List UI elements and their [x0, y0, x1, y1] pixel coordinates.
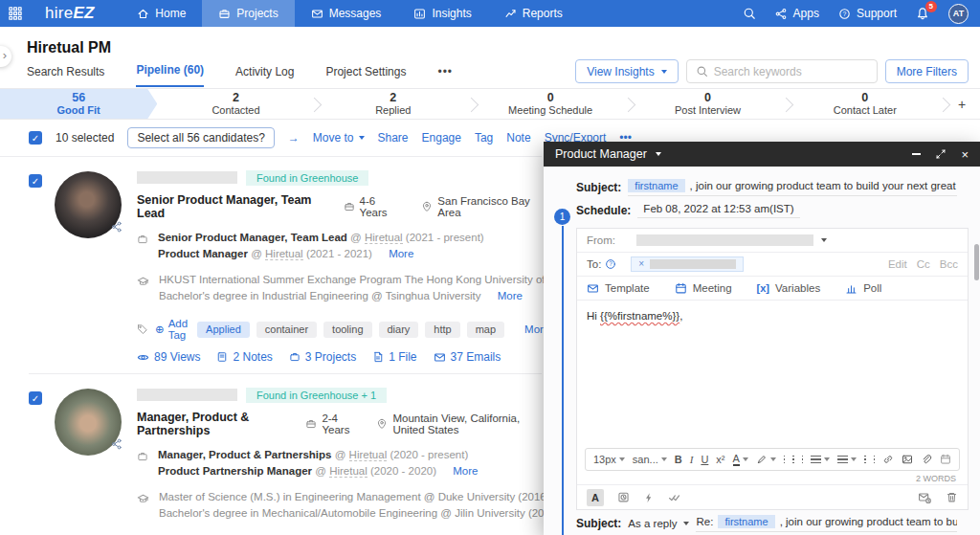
tag-chip[interactable]: Applied — [197, 322, 250, 338]
emails-stat[interactable]: 37 Emails — [434, 350, 501, 364]
minimize-icon[interactable] — [912, 153, 921, 155]
views-stat[interactable]: 89 Views — [137, 350, 200, 364]
superscript-button[interactable]: x² — [716, 454, 724, 465]
edit-recipients-link[interactable]: Edit — [888, 258, 907, 270]
positions-more-link[interactable]: More — [389, 248, 413, 259]
candidate-avatar[interactable] — [55, 171, 122, 238]
subject-variable-chip[interactable]: firstname — [628, 179, 684, 192]
app-grid-icon[interactable] — [0, 7, 32, 20]
tag-button[interactable]: Tag — [475, 131, 493, 145]
close-icon[interactable]: × — [961, 148, 969, 161]
search-keywords-input[interactable] — [714, 65, 868, 78]
variables-button[interactable]: [x] Variables — [757, 282, 821, 294]
template-button[interactable]: Template — [587, 282, 650, 295]
more-filters-button[interactable]: More Filters — [885, 59, 969, 83]
search-keywords-box[interactable] — [686, 59, 878, 83]
bullet-list-button[interactable] — [837, 456, 857, 463]
expand-icon[interactable] — [935, 148, 947, 160]
insert-image-button[interactable] — [902, 454, 913, 465]
align-center-button[interactable] — [792, 456, 793, 463]
view-insights-button[interactable]: View Insights — [575, 59, 678, 83]
from-account-redacted[interactable] — [636, 234, 813, 246]
trash-icon[interactable] — [946, 491, 958, 503]
recipient-chip[interactable]: × — [631, 256, 744, 272]
candidate-checkbox[interactable]: ✓ — [29, 391, 42, 405]
nav-apps[interactable]: Apps — [775, 7, 819, 20]
company-link[interactable]: Hiretual — [349, 449, 388, 461]
files-stat[interactable]: 1 File — [372, 350, 416, 364]
body-variable-token[interactable]: {{%firstname%}} — [600, 310, 679, 322]
reply-mode-select[interactable]: As a reply — [628, 518, 677, 529]
education-more-link[interactable]: More — [498, 290, 523, 301]
nav-insights[interactable]: Insights — [397, 0, 487, 27]
double-check-icon[interactable] — [668, 491, 681, 504]
company-link[interactable]: Hiretual — [329, 465, 368, 478]
nav-home[interactable]: Home — [121, 0, 202, 27]
candidate-avatar[interactable] — [55, 389, 122, 456]
tag-chip[interactable]: tooling — [323, 322, 371, 338]
compose-window-header[interactable]: Product Manager × — [544, 142, 980, 167]
stage-post-interview[interactable]: 0 Post Interview — [629, 89, 786, 119]
align-left-button[interactable] — [784, 456, 785, 463]
add-tag-button[interactable]: ⊕ Add Tag — [155, 318, 188, 341]
projects-stat[interactable]: 3 Projects — [289, 350, 356, 364]
followup-subject-input[interactable]: Re: firstname , join our growing product… — [696, 515, 957, 532]
question-circle-icon[interactable]: ? — [605, 258, 616, 270]
stage-contact-later[interactable]: 0 Contact Later — [787, 89, 944, 119]
underline-button[interactable]: U — [701, 454, 708, 465]
send-test-email-icon[interactable] — [918, 491, 931, 504]
tabs-more-button[interactable]: ••• — [437, 65, 453, 87]
font-family-select[interactable]: san... — [633, 454, 667, 465]
quick-send-lightning-icon[interactable] — [643, 492, 655, 503]
signature-button[interactable]: A — [587, 489, 604, 506]
panel-scrollbar-thumb[interactable] — [974, 244, 979, 280]
tag-chip[interactable]: map — [467, 322, 504, 338]
nav-reports[interactable]: Reports — [488, 0, 579, 27]
user-avatar[interactable]: AT — [948, 4, 969, 24]
poll-button[interactable]: Poll — [845, 282, 881, 295]
tag-chip[interactable]: container — [256, 322, 317, 338]
share-profile-icon[interactable] — [111, 436, 122, 454]
tab-activity-log[interactable]: Activity Log — [235, 65, 294, 87]
bold-button[interactable]: B — [675, 454, 682, 465]
candidate-name-redacted[interactable] — [137, 171, 237, 184]
stage-good-fit[interactable]: 56 Good Fit — [0, 89, 157, 119]
company-link[interactable]: Hiretual — [265, 248, 303, 260]
outdent-button[interactable] — [864, 456, 865, 463]
hireez-logo[interactable]: hireEZ — [32, 4, 121, 23]
schedule-clock-icon[interactable] — [617, 491, 630, 503]
tab-search-results[interactable]: Search Results — [27, 65, 104, 87]
tag-chip[interactable]: diary — [379, 322, 419, 338]
stage-contacted[interactable]: 2 Contacted — [157, 89, 314, 119]
nav-messages[interactable]: Messages — [295, 0, 398, 27]
tab-pipeline[interactable]: Pipeline (60) — [136, 63, 204, 87]
stage-meeting-schedule[interactable]: 0 Meeting Schedule — [472, 89, 629, 119]
select-all-checkbox[interactable]: ✓ — [29, 131, 42, 145]
move-to-button[interactable]: Move to — [313, 131, 365, 145]
notes-stat[interactable]: 2 Notes — [216, 350, 272, 364]
schedule-value[interactable]: Feb 08, 2022 at 12:53 am(IST) — [637, 203, 799, 218]
text-color-button[interactable]: A — [733, 454, 748, 466]
candidate-checkbox[interactable]: ✓ — [29, 174, 42, 188]
subject-input[interactable]: firstname , join our growing product tea… — [628, 179, 957, 196]
note-button[interactable]: Note — [506, 131, 530, 145]
indent-button[interactable] — [874, 456, 875, 463]
bcc-link[interactable]: Bcc — [940, 258, 958, 270]
highlight-button[interactable] — [756, 454, 776, 465]
email-body-editor[interactable]: Hi {{%firstname%}}, — [577, 301, 968, 444]
company-link[interactable]: Hiretual — [365, 232, 403, 244]
subject-variable-chip[interactable]: firstname — [718, 515, 774, 528]
attach-file-button[interactable] — [921, 454, 932, 465]
font-size-select[interactable]: 13px — [593, 454, 625, 465]
ordered-list-button[interactable] — [811, 456, 830, 463]
engage-button[interactable]: Engage — [422, 131, 461, 145]
stage-replied[interactable]: 2 Replied — [315, 89, 472, 119]
insert-calendar-button[interactable] — [940, 454, 951, 465]
candidate-name-redacted[interactable] — [137, 389, 237, 401]
positions-more-link[interactable]: More — [453, 465, 478, 477]
nav-projects[interactable]: Projects — [202, 0, 294, 27]
meeting-button[interactable]: Meeting — [675, 282, 732, 295]
tab-project-settings[interactable]: Project Settings — [325, 65, 406, 87]
notifications-bell-icon[interactable]: 5 — [916, 7, 929, 20]
share-profile-icon[interactable] — [111, 219, 122, 236]
